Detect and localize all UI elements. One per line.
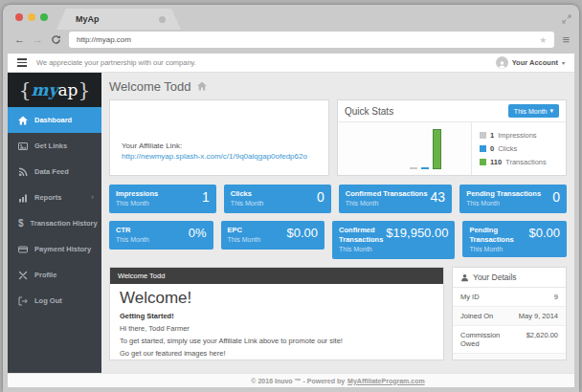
sidebar-item-label: Reports [34, 193, 61, 202]
logo-my: my [32, 80, 58, 99]
browser-tab-bar: MyAp [3, 5, 579, 30]
welcome-heading: Welcome! [120, 289, 434, 308]
stat-sub: This Month [116, 236, 149, 243]
stat-sub: This Month [346, 200, 428, 207]
reload-button[interactable] [51, 32, 61, 49]
affiliate-link-panel: Your Affiliate Link: http://newmyap.spla… [109, 99, 329, 176]
stat-sub: This Month [469, 246, 519, 252]
welcome-panel-header: Welcome Todd [110, 268, 443, 284]
sidebar-item-get-links[interactable]: Get Links [8, 133, 101, 159]
stat-label: Clicks [231, 189, 264, 199]
bookmark-star-icon[interactable]: ★ [539, 35, 547, 45]
stat-box-impressions: ImpressionsThis Month 1 [109, 185, 216, 213]
affiliate-link[interactable]: http://newmyap.splash-x.com/c/1/9q0alqga… [122, 152, 317, 161]
account-dropdown[interactable]: Your Account ▾ [496, 56, 565, 69]
browser-menu-button[interactable]: ≡ [562, 33, 570, 47]
sidebar: {myap} Dashboard Get Links Data Feed Rep… [8, 73, 101, 373]
stat-value: $0.00 [287, 226, 319, 245]
dollar-icon: $ [18, 218, 24, 229]
affiliate-link-label: Your Affiliate Link: [122, 142, 317, 150]
stat-label: Pending Transactions [466, 189, 541, 199]
getting-started-label: Getting Started! [120, 312, 434, 320]
legend-value: 1 [490, 131, 494, 140]
sidebar-item-transaction-history[interactable]: $ Transaction History [8, 210, 101, 236]
chevron-right-icon: › [91, 193, 94, 202]
stat-sub: This Month [231, 200, 264, 207]
sidebar-item-label: Transaction History [31, 219, 98, 228]
chart-bars [410, 129, 441, 169]
sidebar-item-log-out[interactable]: Log Out [8, 288, 101, 314]
logo-brace-open: { [19, 80, 32, 99]
chevron-down-icon: ▾ [549, 107, 553, 115]
forward-button[interactable]: → [33, 34, 43, 45]
period-select-button[interactable]: This Month ▾ [508, 104, 559, 118]
stat-value: 1 [202, 189, 210, 208]
person-icon [460, 273, 469, 282]
sidebar-item-data-feed[interactable]: Data Feed [8, 159, 101, 185]
stat-box-pending-amount: Pending TransactionsThis Month $0.00 [462, 221, 567, 257]
browser-tab[interactable]: MyAp [56, 9, 181, 30]
minimize-window-button[interactable] [28, 13, 35, 21]
home-icon [197, 81, 207, 91]
stat-sub: This Month [339, 246, 383, 252]
chevron-down-icon: ▾ [562, 59, 565, 66]
maximize-window-button[interactable] [40, 13, 48, 21]
legend-item-clicks: 0 Clicks [480, 144, 558, 153]
bar-chart-icon [18, 193, 28, 203]
browser-window: MyAp ← → http://myap.com ★ ≡ We apprecia… [3, 5, 579, 392]
stat-box-ctr: CTRThis Month 0% [109, 221, 213, 250]
detail-row-payout-threshold: Payout Threshold $25.00 [453, 354, 566, 360]
bar-transactions [433, 129, 441, 169]
image-icon [18, 142, 28, 151]
partnership-message: We appreciate your partnership with our … [36, 58, 196, 67]
close-window-button[interactable] [15, 13, 23, 21]
sidebar-item-label: Log Out [34, 296, 62, 305]
sidebar-item-dashboard[interactable]: Dashboard [8, 107, 101, 133]
legend-label: Impressions [498, 131, 536, 140]
rss-icon [18, 167, 28, 177]
app-topbar: We appreciate your partnership with our … [8, 54, 574, 73]
detail-value: 9 [554, 293, 558, 301]
sidebar-item-reports[interactable]: Reports › [8, 185, 101, 210]
stat-box-epc: EPCThis Month $0.00 [221, 221, 325, 250]
myap-logo: {myap} [8, 73, 101, 107]
stat-value: 0 [552, 189, 560, 208]
stat-sub: This Month [228, 236, 261, 243]
browser-url-bar: ← → http://myap.com ★ ≡ [3, 30, 579, 54]
favicon-placeholder-icon [159, 16, 166, 23]
stat-label: CTR [116, 226, 149, 235]
details-header: Your Details [453, 268, 566, 288]
welcome-line: Go get our featured images here! [120, 349, 434, 358]
sidebar-item-profile[interactable]: Profile [8, 262, 101, 288]
legend-value: 0 [490, 144, 494, 153]
stat-box-clicks: ClicksThis Month 0 [224, 185, 331, 213]
welcome-panel: Welcome Todd Welcome! Getting Started! H… [109, 267, 444, 360]
stat-value: 0% [189, 226, 207, 245]
avatar-icon [496, 56, 508, 69]
stat-value: $19,950.00 [386, 226, 448, 254]
logo-ap: ap [57, 80, 78, 99]
powered-by-link[interactable]: MyAffiliateProgram.com [347, 378, 425, 384]
back-button[interactable]: ← [14, 34, 25, 45]
stat-label: Confirmed Transactions [339, 226, 383, 245]
detail-row-commission-owed: Commission Owed $2,620.00 [453, 326, 566, 354]
stat-box-pending-transactions: Pending TransactionsThis Month 0 [459, 185, 567, 213]
sidebar-toggle-icon[interactable] [17, 58, 27, 67]
sidebar-item-label: Get Links [34, 142, 67, 150]
address-bar[interactable]: http://myap.com ★ [69, 32, 554, 48]
page-footer: © 2016 Inuvo ™ - Powered by MyAffiliateP… [8, 373, 574, 387]
legend-label: Transactions [505, 158, 547, 166]
stat-label: EPC [228, 226, 261, 235]
sidebar-item-payment-history[interactable]: Payment History [8, 236, 101, 262]
details-title: Your Details [473, 272, 517, 282]
legend-item-transactions: 110 Transactions [480, 158, 558, 166]
bar-impressions [410, 167, 417, 169]
bar-clicks [421, 167, 429, 169]
app-body: {myap} Dashboard Get Links Data Feed Rep… [8, 73, 574, 373]
page-title: Welcome Todd [109, 79, 191, 94]
expand-window-icon[interactable] [562, 11, 571, 20]
window-controls [15, 13, 48, 21]
detail-row-joined-on: Joined On May 9, 2014 [453, 307, 566, 326]
credit-card-icon [18, 245, 28, 254]
welcome-line: Hi there, Todd Farmer [120, 324, 434, 333]
